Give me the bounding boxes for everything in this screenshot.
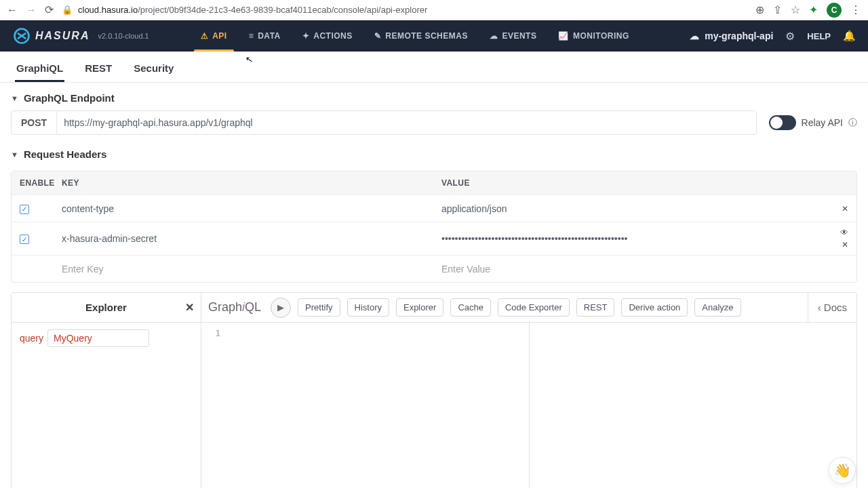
remove-icon[interactable]: ✕ [842, 240, 848, 249]
monitoring-icon: 📈 [558, 31, 569, 41]
avatar[interactable]: C [827, 3, 842, 18]
nav-label: API [212, 31, 227, 41]
line-number: 1 [201, 323, 226, 488]
col-enable: ENABLE [20, 178, 62, 188]
headers-table: ENABLE KEY VALUE ✓ content-type applicat… [11, 171, 857, 283]
address-bar[interactable]: 🔒 cloud.hasura.io/project/0b9f34de-21c3-… [62, 5, 747, 15]
header-key[interactable]: x-hasura-admin-secret [62, 233, 441, 244]
http-method: POST [12, 111, 57, 134]
relay-label: Relay API [802, 117, 843, 128]
nav-label: EVENTS [502, 31, 536, 41]
forward-icon[interactable]: → [26, 4, 37, 16]
analyze-button[interactable]: Analyze [694, 298, 741, 317]
chevron-down-icon: ▼ [11, 150, 18, 159]
chevron-down-icon: ▼ [11, 94, 18, 102]
brand-version: v2.0.10-cloud.1 [98, 32, 149, 40]
database-icon: ≡ [249, 31, 254, 41]
run-button[interactable]: ▶ [271, 298, 291, 318]
explorer-button[interactable]: Explorer [396, 298, 443, 317]
nav-events[interactable]: ☁ EVENTS [479, 20, 548, 52]
tab-rest[interactable]: REST [83, 57, 113, 82]
header-value[interactable]: application/json [441, 203, 821, 214]
nav-api[interactable]: ⚠ API [190, 20, 238, 52]
header-value[interactable]: ••••••••••••••••••••••••••••••••••••••••… [441, 233, 821, 244]
hasura-logo-icon [12, 26, 31, 45]
header-value-input[interactable] [441, 264, 821, 274]
explorer-pane: Explorer ✕ query [12, 293, 201, 488]
info-icon[interactable]: ⓘ [848, 117, 857, 129]
url-host: cloud.hasura.io [78, 5, 138, 15]
graphiql-toolbar: GraphiQL ▶ Prettify History Explorer Cac… [201, 293, 856, 323]
explorer-title: Explorer [85, 302, 127, 313]
header-key[interactable]: content-type [62, 203, 441, 214]
close-icon[interactable]: ✕ [185, 301, 194, 314]
section-head-endpoint[interactable]: ▼ GraphQL Endpoint [11, 92, 857, 104]
table-row: ✓ content-type application/json ✕ [12, 195, 856, 222]
remote-icon: ✎ [374, 31, 382, 41]
back-icon[interactable]: ← [7, 4, 18, 16]
cloud-icon: ☁ [690, 30, 699, 41]
table-row: ✓ x-hasura-admin-secret ••••••••••••••••… [12, 222, 856, 255]
chevron-left-icon: ‹ [818, 302, 821, 313]
enable-checkbox[interactable]: ✓ [20, 235, 29, 244]
derive-action-button[interactable]: Derive action [621, 298, 688, 317]
nav-label: MONITORING [573, 31, 629, 41]
project-chip[interactable]: ☁ my-graphql-api [690, 30, 773, 41]
help-link[interactable]: HELP [807, 31, 831, 41]
nav-monitoring[interactable]: 📈 MONITORING [547, 20, 639, 52]
star-icon[interactable]: ☆ [791, 3, 800, 16]
relay-toggle[interactable] [769, 115, 796, 130]
prettify-button[interactable]: Prettify [298, 298, 340, 317]
cache-button[interactable]: Cache [450, 298, 491, 317]
bell-icon[interactable]: 🔔 [843, 30, 856, 42]
section-head-headers[interactable]: ▼ Request Headers [11, 148, 857, 160]
endpoint-input: POST https://my-graphql-api.hasura.app/v… [11, 110, 757, 135]
browser-chrome: ← → ⟳ 🔒 cloud.hasura.io/project/0b9f34de… [0, 0, 868, 20]
query-name-input[interactable] [47, 329, 149, 347]
cursor-icon: ↖ [245, 54, 254, 65]
section-headers: ▼ Request Headers [0, 139, 868, 171]
project-name: my-graphql-api [705, 30, 773, 41]
section-endpoint: ▼ GraphQL Endpoint POST https://my-graph… [0, 83, 868, 139]
table-row [12, 255, 856, 282]
rest-button[interactable]: REST [576, 298, 615, 317]
events-icon: ☁ [490, 31, 498, 41]
nav-actions[interactable]: ✦ ACTIONS [292, 20, 363, 52]
graphiql-ide: Explorer ✕ query GraphiQL ▶ Prettify His… [11, 292, 857, 488]
gear-icon[interactable]: ⚙ [785, 30, 795, 43]
url-path: /project/0b9f34de-21c3-4e63-9839-bcaf401… [138, 5, 427, 15]
warning-icon: ⚠ [201, 31, 209, 41]
nav-remote-schemas[interactable]: ✎ REMOTE SCHEMAS [363, 20, 479, 52]
zoom-icon[interactable]: ⊕ [755, 3, 764, 16]
top-nav: HASURA v2.0.10-cloud.1 ⚠ API ≡ DATA ✦ AC… [0, 20, 868, 52]
remove-icon[interactable]: ✕ [842, 204, 848, 214]
reload-icon[interactable]: ⟳ [45, 3, 54, 16]
section-title: GraphQL Endpoint [24, 92, 115, 104]
endpoint-url[interactable]: https://my-graphql-api.hasura.app/v1/gra… [57, 117, 755, 128]
lock-icon: 🔒 [62, 5, 73, 15]
header-key-input[interactable] [62, 264, 441, 274]
extensions-icon[interactable]: ✦ [809, 3, 818, 16]
code-exporter-button[interactable]: Code Exporter [498, 298, 570, 317]
actions-icon: ✦ [302, 31, 310, 41]
tab-graphiql[interactable]: GraphiQL [15, 57, 64, 82]
kebab-icon[interactable]: ⋮ [850, 3, 861, 16]
brand-name: HASURA [35, 30, 90, 42]
tab-security[interactable]: Security [132, 57, 175, 82]
nav-label: REMOTE SCHEMAS [385, 31, 468, 41]
eye-icon[interactable]: 👁 [840, 228, 848, 237]
col-value: VALUE [441, 178, 821, 188]
brand[interactable]: HASURA v2.0.10-cloud.1 [12, 26, 149, 45]
history-button[interactable]: History [347, 298, 389, 317]
result-pane [530, 323, 857, 488]
section-title: Request Headers [24, 148, 107, 160]
docs-button[interactable]: ‹ Docs [808, 293, 856, 322]
subtabs: GraphiQL REST Security [0, 52, 868, 83]
col-key: KEY [62, 178, 441, 188]
enable-checkbox[interactable]: ✓ [20, 205, 29, 214]
share-icon[interactable]: ⇪ [773, 3, 782, 16]
nav-label: DATA [258, 31, 281, 41]
chat-bubble[interactable]: 👋 [829, 457, 856, 484]
nav-data[interactable]: ≡ DATA [238, 20, 292, 52]
query-editor[interactable]: 1 [201, 323, 530, 488]
